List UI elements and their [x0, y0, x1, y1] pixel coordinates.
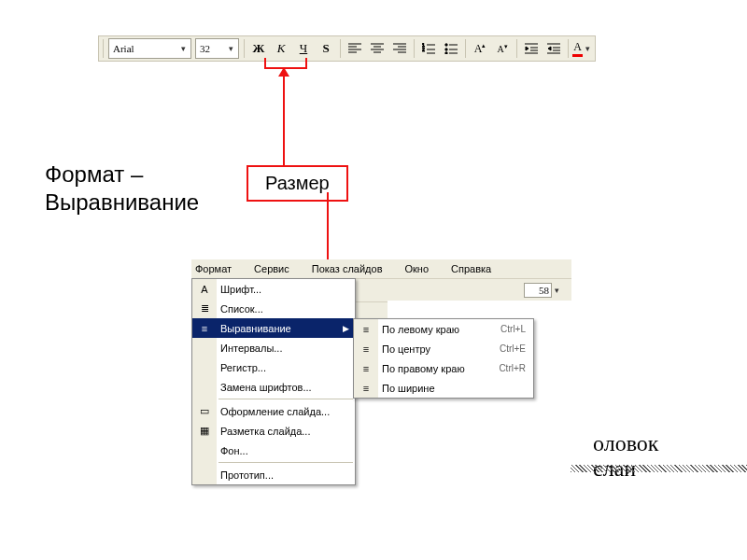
menu-bar: Формат Сервис Показ слайдов Окно Справка: [191, 259, 571, 278]
dropdown-icon[interactable]: ▾: [583, 44, 593, 53]
align-center-icon: ≡: [358, 343, 374, 355]
menu-item-slide-design[interactable]: ▭Оформление слайда...: [192, 401, 355, 421]
layout-icon: ▦: [196, 425, 213, 437]
arrow-line: [283, 67, 285, 166]
menu-item-slide-layout[interactable]: ▦Разметка слайда...: [192, 421, 355, 441]
menu-item-list[interactable]: ≣Список...: [192, 299, 355, 318]
menu-item-case[interactable]: Регистр...: [192, 357, 355, 377]
callout-size-label: Размер: [247, 165, 348, 202]
caption-line1: Формат –: [45, 161, 143, 187]
menu-slideshow[interactable]: Показ слайдов: [312, 263, 394, 274]
submenu-item-align-center[interactable]: ≡По центруCtrl+E: [354, 339, 533, 358]
menu-help[interactable]: Справка: [451, 263, 502, 274]
submenu-item-align-left[interactable]: ≡По левому краюCtrl+L: [354, 319, 533, 339]
zoom-control[interactable]: ▾: [524, 283, 562, 298]
menu-service[interactable]: Сервис: [254, 263, 301, 274]
arrow-head-up-icon: [278, 67, 289, 77]
bold-button[interactable]: Ж: [248, 39, 269, 58]
decrease-font-size-button[interactable]: A▾: [492, 39, 513, 58]
svg-text:2: 2: [422, 47, 425, 52]
align-left-icon: ≡: [358, 324, 374, 335]
increase-font-size-button[interactable]: A▴: [470, 39, 490, 58]
caption-line2: Выравнивание: [45, 189, 199, 215]
svg-point-17: [445, 44, 447, 46]
font-color-button[interactable]: A▾: [572, 39, 593, 58]
font-size-input[interactable]: [198, 42, 226, 55]
design-icon: ▭: [196, 405, 213, 417]
zoom-input[interactable]: [524, 283, 552, 298]
align-center-button[interactable]: [367, 39, 388, 58]
separator: [516, 39, 517, 58]
shortcut-label: Ctrl+L: [500, 324, 526, 334]
separator: [244, 39, 245, 58]
svg-point-19: [445, 52, 447, 54]
menu-item-master[interactable]: Прототип...: [192, 465, 355, 484]
menu-format[interactable]: Формат: [195, 263, 243, 274]
justify-icon: ≡: [358, 383, 374, 394]
menu-item-font[interactable]: AШрифт...: [192, 279, 355, 299]
bulleted-list-button[interactable]: [441, 39, 461, 58]
text-shadow-button[interactable]: S: [316, 39, 336, 58]
menu-window[interactable]: Окно: [404, 263, 440, 274]
caption-text: Формат – Выравнивание: [45, 161, 199, 217]
document-title-fragment: оловок слаи: [593, 431, 659, 482]
format-menu-dropdown: AШрифт... ≣Список... ≡Выравнивание▶ Инте…: [191, 278, 356, 485]
align-right-icon: ≡: [358, 363, 374, 374]
dropdown-icon[interactable]: ▾: [178, 44, 189, 53]
align-icon: ≡: [196, 323, 213, 334]
dropdown-icon[interactable]: ▾: [226, 44, 236, 53]
menu-item-background[interactable]: Фон...: [192, 441, 355, 460]
selection-hatch: [571, 465, 747, 472]
menu-separator: [218, 462, 353, 463]
submenu-item-align-right[interactable]: ≡По правому краюCtrl+R: [354, 358, 533, 378]
decrease-indent-button[interactable]: [521, 39, 542, 58]
menu-item-replace-fonts[interactable]: Замена шрифтов...: [192, 377, 355, 397]
shortcut-label: Ctrl+E: [500, 343, 526, 354]
svg-marker-32: [548, 47, 551, 50]
separator: [103, 39, 104, 58]
menu-screenshot: Формат Сервис Показ слайдов Окно Справка…: [191, 259, 571, 474]
menu-item-alignment[interactable]: ≡Выравнивание▶: [192, 318, 355, 338]
font-icon: A: [196, 284, 213, 295]
font-size-select[interactable]: ▾: [195, 38, 239, 59]
font-name-input[interactable]: [111, 42, 178, 55]
numbered-list-button[interactable]: 12: [418, 39, 439, 58]
separator: [465, 39, 466, 58]
svg-marker-27: [526, 47, 529, 50]
shortcut-label: Ctrl+R: [499, 363, 526, 373]
align-left-button[interactable]: [345, 39, 365, 58]
separator: [568, 39, 569, 58]
separator: [414, 39, 415, 58]
list-icon: ≣: [196, 302, 213, 315]
submenu-arrow-icon: ▶: [343, 324, 349, 333]
menu-item-spacing[interactable]: Интервалы...: [192, 338, 355, 357]
submenu-item-justify[interactable]: ≡По ширине: [354, 378, 533, 398]
align-right-button[interactable]: [389, 39, 410, 58]
svg-point-18: [445, 49, 447, 50]
italic-button[interactable]: К: [271, 39, 291, 58]
menu-separator: [218, 399, 353, 399]
separator: [340, 39, 341, 58]
increase-indent-button[interactable]: [543, 39, 564, 58]
font-name-select[interactable]: ▾: [108, 38, 191, 59]
formatting-toolbar: ▾ ▾ Ж К Ч S 12 A▴ A▾ A▾: [98, 35, 596, 62]
underline-button[interactable]: Ч: [293, 39, 314, 58]
alignment-submenu: ≡По левому краюCtrl+L ≡По центруCtrl+E ≡…: [353, 318, 534, 399]
